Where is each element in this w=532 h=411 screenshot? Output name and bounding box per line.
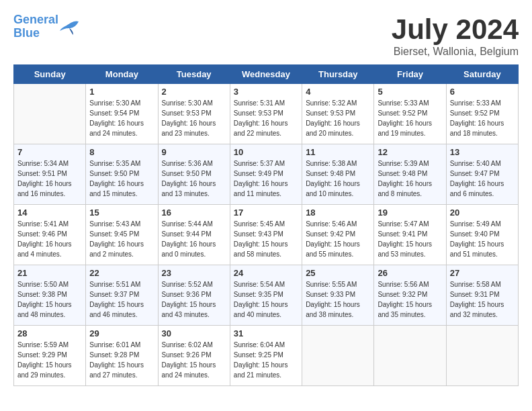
calendar-cell: 20Sunrise: 5:49 AMSunset: 9:40 PMDayligh… (446, 205, 518, 265)
day-info: Sunrise: 5:33 AMSunset: 9:52 PMDaylight:… (450, 98, 515, 138)
day-number: 8 (89, 147, 154, 157)
calendar-cell: 21Sunrise: 5:50 AMSunset: 9:38 PMDayligh… (14, 265, 86, 326)
day-info: Sunrise: 5:55 AMSunset: 9:33 PMDaylight:… (306, 279, 370, 320)
calendar-cell: 13Sunrise: 5:40 AMSunset: 9:47 PMDayligh… (446, 144, 518, 205)
calendar-week-row: 14Sunrise: 5:41 AMSunset: 9:46 PMDayligh… (14, 205, 519, 265)
day-number: 23 (162, 268, 226, 278)
calendar-week-row: 7Sunrise: 5:34 AMSunset: 9:51 PMDaylight… (14, 144, 519, 205)
day-number: 31 (234, 328, 298, 338)
day-info: Sunrise: 5:37 AMSunset: 9:49 PMDaylight:… (234, 158, 298, 199)
calendar-cell: 16Sunrise: 5:44 AMSunset: 9:44 PMDayligh… (158, 205, 230, 265)
day-number: 10 (234, 147, 298, 157)
calendar-cell: 28Sunrise: 5:59 AMSunset: 9:29 PMDayligh… (14, 326, 86, 386)
day-info: Sunrise: 5:51 AMSunset: 9:37 PMDaylight:… (89, 279, 154, 320)
day-info: Sunrise: 5:36 AMSunset: 9:50 PMDaylight:… (162, 158, 226, 199)
col-header-wednesday: Wednesday (230, 65, 302, 84)
day-info: Sunrise: 5:40 AMSunset: 9:47 PMDaylight:… (450, 158, 515, 199)
logo-bird-icon (60, 19, 80, 35)
calendar-cell (14, 84, 86, 144)
day-number: 18 (306, 208, 370, 218)
col-header-thursday: Thursday (302, 65, 374, 84)
day-info: Sunrise: 5:35 AMSunset: 9:50 PMDaylight:… (89, 158, 154, 199)
day-info: Sunrise: 5:52 AMSunset: 9:36 PMDaylight:… (162, 279, 226, 320)
day-info: Sunrise: 5:32 AMSunset: 9:53 PMDaylight:… (306, 98, 370, 138)
day-number: 28 (17, 328, 82, 338)
calendar-cell: 7Sunrise: 5:34 AMSunset: 9:51 PMDaylight… (14, 144, 86, 205)
col-header-friday: Friday (374, 65, 446, 84)
day-number: 13 (450, 147, 515, 157)
day-number: 7 (17, 147, 82, 157)
calendar-week-row: 21Sunrise: 5:50 AMSunset: 9:38 PMDayligh… (14, 265, 519, 326)
calendar-cell (302, 326, 374, 386)
calendar-cell: 8Sunrise: 5:35 AMSunset: 9:50 PMDaylight… (86, 144, 158, 205)
day-info: Sunrise: 5:30 AMSunset: 9:53 PMDaylight:… (162, 98, 226, 138)
day-number: 16 (162, 208, 226, 218)
day-number: 26 (378, 268, 442, 278)
calendar-cell: 26Sunrise: 5:56 AMSunset: 9:32 PMDayligh… (374, 265, 446, 326)
day-number: 12 (378, 147, 442, 157)
calendar-cell: 24Sunrise: 5:54 AMSunset: 9:35 PMDayligh… (230, 265, 302, 326)
day-number: 2 (162, 87, 226, 97)
calendar-cell: 3Sunrise: 5:31 AMSunset: 9:53 PMDaylight… (230, 84, 302, 144)
day-number: 1 (89, 87, 154, 97)
calendar-cell: 25Sunrise: 5:55 AMSunset: 9:33 PMDayligh… (302, 265, 374, 326)
calendar-cell: 9Sunrise: 5:36 AMSunset: 9:50 PMDaylight… (158, 144, 230, 205)
day-info: Sunrise: 6:04 AMSunset: 9:25 PMDaylight:… (234, 340, 298, 380)
location-title: Bierset, Wallonia, Belgium (392, 46, 519, 58)
calendar-week-row: 1Sunrise: 5:30 AMSunset: 9:54 PMDaylight… (14, 84, 519, 144)
day-number: 5 (378, 87, 442, 97)
day-number: 4 (306, 87, 370, 97)
calendar-cell: 15Sunrise: 5:43 AMSunset: 9:45 PMDayligh… (86, 205, 158, 265)
day-number: 24 (234, 268, 298, 278)
col-header-tuesday: Tuesday (158, 65, 230, 84)
day-info: Sunrise: 5:45 AMSunset: 9:43 PMDaylight:… (234, 219, 298, 259)
calendar-cell (374, 326, 446, 386)
title-area: July 2024 Bierset, Wallonia, Belgium (392, 13, 519, 58)
day-number: 21 (17, 268, 82, 278)
day-info: Sunrise: 5:58 AMSunset: 9:31 PMDaylight:… (450, 279, 515, 320)
day-number: 6 (450, 87, 515, 97)
day-number: 25 (306, 268, 370, 278)
day-info: Sunrise: 5:31 AMSunset: 9:53 PMDaylight:… (234, 98, 298, 138)
day-number: 30 (162, 328, 226, 338)
calendar-week-row: 28Sunrise: 5:59 AMSunset: 9:29 PMDayligh… (14, 326, 519, 386)
day-info: Sunrise: 5:49 AMSunset: 9:40 PMDaylight:… (450, 219, 515, 259)
day-info: Sunrise: 6:02 AMSunset: 9:26 PMDaylight:… (162, 340, 226, 380)
day-info: Sunrise: 5:54 AMSunset: 9:35 PMDaylight:… (234, 279, 298, 320)
day-info: Sunrise: 5:44 AMSunset: 9:44 PMDaylight:… (162, 219, 226, 259)
calendar-cell: 1Sunrise: 5:30 AMSunset: 9:54 PMDaylight… (86, 84, 158, 144)
day-info: Sunrise: 5:33 AMSunset: 9:52 PMDaylight:… (378, 98, 442, 138)
logo-text: General Blue (13, 13, 58, 40)
day-number: 15 (89, 208, 154, 218)
calendar-cell: 27Sunrise: 5:58 AMSunset: 9:31 PMDayligh… (446, 265, 518, 326)
calendar-cell: 30Sunrise: 6:02 AMSunset: 9:26 PMDayligh… (158, 326, 230, 386)
day-info: Sunrise: 5:38 AMSunset: 9:48 PMDaylight:… (306, 158, 370, 199)
calendar-cell: 22Sunrise: 5:51 AMSunset: 9:37 PMDayligh… (86, 265, 158, 326)
calendar-cell: 17Sunrise: 5:45 AMSunset: 9:43 PMDayligh… (230, 205, 302, 265)
day-info: Sunrise: 5:39 AMSunset: 9:48 PMDaylight:… (378, 158, 442, 199)
calendar-cell: 18Sunrise: 5:46 AMSunset: 9:42 PMDayligh… (302, 205, 374, 265)
calendar-cell (446, 326, 518, 386)
day-info: Sunrise: 5:56 AMSunset: 9:32 PMDaylight:… (378, 279, 442, 320)
calendar-cell: 12Sunrise: 5:39 AMSunset: 9:48 PMDayligh… (374, 144, 446, 205)
day-number: 27 (450, 268, 515, 278)
day-info: Sunrise: 5:41 AMSunset: 9:46 PMDaylight:… (17, 219, 82, 259)
day-number: 29 (89, 328, 154, 338)
col-header-monday: Monday (86, 65, 158, 84)
calendar-cell: 31Sunrise: 6:04 AMSunset: 9:25 PMDayligh… (230, 326, 302, 386)
day-number: 17 (234, 208, 298, 218)
logo: General Blue (13, 13, 80, 40)
calendar-cell: 4Sunrise: 5:32 AMSunset: 9:53 PMDaylight… (302, 84, 374, 144)
day-info: Sunrise: 6:01 AMSunset: 9:28 PMDaylight:… (89, 340, 154, 380)
calendar-cell: 2Sunrise: 5:30 AMSunset: 9:53 PMDaylight… (158, 84, 230, 144)
calendar-cell: 11Sunrise: 5:38 AMSunset: 9:48 PMDayligh… (302, 144, 374, 205)
calendar-table: SundayMondayTuesdayWednesdayThursdayFrid… (13, 64, 519, 386)
calendar-cell: 5Sunrise: 5:33 AMSunset: 9:52 PMDaylight… (374, 84, 446, 144)
col-header-sunday: Sunday (14, 65, 86, 84)
day-info: Sunrise: 5:50 AMSunset: 9:38 PMDaylight:… (17, 279, 82, 320)
calendar-cell: 19Sunrise: 5:47 AMSunset: 9:41 PMDayligh… (374, 205, 446, 265)
calendar-cell: 29Sunrise: 6:01 AMSunset: 9:28 PMDayligh… (86, 326, 158, 386)
day-number: 11 (306, 147, 370, 157)
day-info: Sunrise: 5:46 AMSunset: 9:42 PMDaylight:… (306, 219, 370, 259)
day-info: Sunrise: 5:34 AMSunset: 9:51 PMDaylight:… (17, 158, 82, 199)
